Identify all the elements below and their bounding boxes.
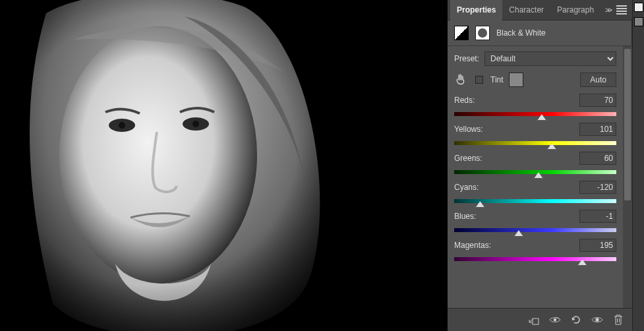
slider-greens: Greens:	[454, 152, 616, 177]
tint-swatch[interactable]	[509, 73, 523, 87]
slider-label: Yellows:	[454, 125, 483, 134]
scrollbar-thumb[interactable]	[624, 49, 631, 200]
blues-slider[interactable]	[454, 226, 616, 235]
blues-value-input[interactable]	[579, 210, 616, 223]
slider-label: Blues:	[454, 212, 476, 221]
yellows-slider[interactable]	[454, 138, 616, 148]
panel-menu-icon[interactable]	[616, 4, 627, 16]
tint-label: Tint	[490, 75, 504, 84]
magentas-value-input[interactable]	[579, 239, 616, 252]
expand-panels-icon[interactable]: >>	[605, 6, 611, 14]
layer-mask-thumb[interactable]	[475, 26, 490, 40]
tab-character[interactable]: Character	[502, 0, 550, 20]
slider-label: Magentas:	[454, 241, 491, 250]
slider-cyans: Cyans:	[454, 181, 616, 206]
preset-label: Preset:	[454, 54, 479, 63]
slider-reds: Reds:	[454, 94, 616, 119]
cyans-slider[interactable]	[454, 196, 616, 206]
svg-rect-6	[533, 318, 539, 324]
visibility-icon[interactable]	[591, 314, 603, 326]
slider-label: Cyans:	[454, 183, 479, 192]
sidebar-swatch-icon[interactable]	[634, 17, 643, 26]
slider-magentas: Magentas:	[454, 239, 616, 264]
reds-slider[interactable]	[454, 109, 616, 119]
adjustment-type-icon[interactable]	[454, 26, 469, 40]
tint-checkbox[interactable]	[475, 76, 483, 84]
preset-row: Preset: Default	[454, 51, 616, 66]
adjustment-header: Black & White	[448, 20, 632, 46]
panel-scrollbar[interactable]	[623, 46, 632, 309]
portrait-image	[0, 0, 343, 331]
preset-select[interactable]: Default	[484, 51, 616, 66]
svg-point-8	[595, 318, 599, 321]
slider-blues: Blues:	[454, 210, 616, 235]
slider-label: Greens:	[454, 154, 483, 163]
reds-value-input[interactable]	[579, 94, 616, 107]
panel-body: Preset: Default Tint Auto	[448, 46, 632, 331]
cyans-value-input[interactable]	[579, 181, 616, 194]
yellows-value-input[interactable]	[579, 123, 616, 136]
magentas-slider[interactable]	[454, 255, 616, 264]
svg-point-7	[554, 318, 557, 322]
tab-paragraph[interactable]: Paragraph	[550, 0, 600, 20]
greens-value-input[interactable]	[579, 152, 616, 165]
slider-label: Reds:	[454, 96, 475, 105]
collapsed-sidebar[interactable]	[632, 0, 644, 331]
sidebar-swatch-icon[interactable]	[634, 3, 643, 12]
tint-row: Tint Auto	[454, 73, 616, 87]
app-root: Properties Character Paragraph >> Black …	[0, 0, 644, 331]
panel-footer	[448, 308, 632, 331]
targeted-adjust-icon[interactable]	[454, 73, 467, 86]
tab-properties[interactable]: Properties	[450, 0, 502, 20]
greens-slider[interactable]	[454, 167, 616, 177]
properties-panel: Properties Character Paragraph >> Black …	[448, 0, 632, 331]
svg-rect-5	[0, 0, 343, 331]
document-canvas[interactable]	[0, 0, 448, 331]
auto-button[interactable]: Auto	[580, 73, 616, 87]
panel-tabs: Properties Character Paragraph >>	[448, 0, 632, 20]
slider-yellows: Yellows:	[454, 123, 616, 148]
reset-icon[interactable]	[570, 314, 582, 326]
adjustment-name: Black & White	[496, 28, 546, 38]
clip-to-layer-icon[interactable]	[528, 314, 540, 326]
trash-icon[interactable]	[612, 314, 624, 326]
view-previous-icon[interactable]	[549, 314, 561, 326]
